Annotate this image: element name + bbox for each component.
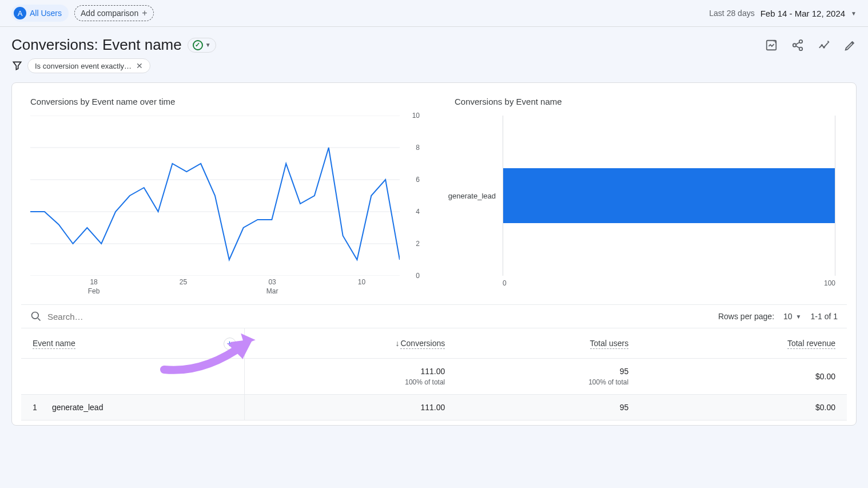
col-header-label: Conversions bbox=[400, 339, 445, 349]
col-header-event-name[interactable]: Event name + bbox=[21, 328, 244, 359]
rows-per-page-value: 10 bbox=[783, 312, 793, 321]
date-range: Feb 14 - Mar 12, 2024 bbox=[761, 9, 845, 18]
title-left: Conversions: Event name ✓ ▼ bbox=[11, 36, 216, 54]
search-box[interactable] bbox=[30, 311, 162, 322]
event-name-link[interactable]: generate_lead bbox=[52, 403, 103, 412]
col-header-label: Event name bbox=[33, 339, 75, 349]
audience-label: All Users bbox=[30, 9, 62, 18]
verify-chip[interactable]: ✓ ▼ bbox=[188, 38, 216, 53]
pagination-range: 1-1 of 1 bbox=[811, 312, 838, 321]
summary-total-revenue: $0.00 bbox=[640, 359, 847, 395]
audience-chip[interactable]: A All Users bbox=[11, 5, 69, 22]
data-table: Event name + ↓Conversions Total users To… bbox=[21, 328, 847, 420]
bar-chart: generate_lead 0 100 bbox=[445, 116, 847, 299]
cell-total-revenue: $0.00 bbox=[640, 395, 847, 420]
bar-x-tick: 0 bbox=[503, 279, 507, 287]
search-input[interactable] bbox=[47, 312, 162, 322]
svg-point-5 bbox=[823, 46, 825, 47]
summary-row: 111.00 100% of total 95 100% of total $0… bbox=[21, 359, 847, 395]
filter-row: Is conversion event exactly… ✕ bbox=[0, 58, 868, 82]
bar-generate-lead bbox=[503, 168, 835, 223]
col-header-total-revenue[interactable]: Total revenue bbox=[640, 328, 847, 359]
top-bar-left: A All Users Add comparison + bbox=[11, 5, 154, 22]
summary-value: 95 bbox=[468, 367, 628, 376]
filter-chip-label: Is conversion event exactly… bbox=[35, 62, 132, 70]
rows-per-page-select[interactable]: 10 ▼ bbox=[783, 312, 801, 321]
summary-total-users: 95 100% of total bbox=[456, 359, 640, 395]
check-circle-icon: ✓ bbox=[193, 40, 203, 50]
line-chart-svg bbox=[30, 116, 400, 276]
search-icon bbox=[30, 311, 42, 322]
cell-total-users: 95 bbox=[456, 395, 640, 420]
top-bar: A All Users Add comparison + Last 28 day… bbox=[0, 0, 868, 27]
report-card: Conversions by Event name over time 0246… bbox=[11, 82, 857, 426]
x-axis-ticks: 18Feb2503Mar10 bbox=[30, 278, 400, 299]
charts-row: Conversions by Event name over time 0246… bbox=[21, 97, 847, 299]
row-index: 1 bbox=[33, 403, 50, 412]
bar-category-label: generate_lead bbox=[445, 192, 503, 200]
rows-per-page-label: Rows per page: bbox=[718, 312, 774, 321]
date-picker[interactable]: Last 28 days Feb 14 - Mar 12, 2024 ▼ bbox=[709, 9, 857, 18]
share-icon[interactable] bbox=[791, 39, 804, 51]
svg-point-4 bbox=[821, 45, 822, 46]
col-header-label: Total users bbox=[590, 339, 629, 349]
summary-pct: 100% of total bbox=[468, 378, 628, 386]
chevron-down-icon: ▼ bbox=[851, 10, 857, 17]
col-header-label: Total revenue bbox=[787, 339, 835, 349]
svg-point-2 bbox=[793, 43, 797, 47]
date-label: Last 28 days bbox=[709, 9, 754, 18]
col-header-total-users[interactable]: Total users bbox=[456, 328, 640, 359]
svg-point-1 bbox=[799, 39, 803, 43]
insights-icon[interactable] bbox=[818, 39, 830, 51]
filter-chip[interactable]: Is conversion event exactly… ✕ bbox=[27, 58, 150, 73]
table-toolbar: Rows per page: 10 ▼ 1-1 of 1 bbox=[21, 304, 847, 328]
col-header-conversions[interactable]: ↓Conversions bbox=[244, 328, 456, 359]
bar-area bbox=[503, 116, 835, 276]
summary-conversions: 111.00 100% of total bbox=[244, 359, 456, 395]
summary-pct: 100% of total bbox=[256, 378, 445, 386]
plus-icon: + bbox=[142, 8, 147, 18]
title-row: Conversions: Event name ✓ ▼ bbox=[0, 27, 868, 58]
y-axis-ticks: 0246810 bbox=[403, 116, 423, 276]
table-row[interactable]: 1 generate_lead 111.00 95 $0.00 bbox=[21, 395, 847, 420]
title-actions bbox=[765, 39, 857, 51]
add-comparison-button[interactable]: Add comparison + bbox=[74, 5, 154, 21]
cell-conversions: 111.00 bbox=[244, 395, 456, 420]
svg-point-3 bbox=[799, 47, 803, 50]
add-comparison-label: Add comparison bbox=[81, 9, 138, 18]
filter-icon[interactable] bbox=[11, 60, 23, 72]
page-title: Conversions: Event name bbox=[11, 36, 182, 54]
line-chart-col: Conversions by Event name over time 0246… bbox=[21, 97, 423, 299]
edit-icon[interactable] bbox=[844, 39, 857, 51]
customize-icon[interactable] bbox=[765, 39, 778, 51]
add-column-button[interactable]: + bbox=[224, 338, 236, 350]
sort-desc-icon: ↓ bbox=[395, 339, 399, 348]
pagination: Rows per page: 10 ▼ 1-1 of 1 bbox=[718, 312, 838, 321]
bar-x-tick: 100 bbox=[824, 279, 835, 287]
summary-value: $0.00 bbox=[651, 372, 835, 381]
chevron-down-icon: ▼ bbox=[796, 314, 802, 320]
bar-x-axis: 0 100 bbox=[503, 279, 835, 287]
svg-point-12 bbox=[32, 312, 39, 319]
audience-badge: A bbox=[14, 7, 26, 19]
bar-chart-col: Conversions by Event name generate_lead … bbox=[445, 97, 847, 299]
summary-value: 111.00 bbox=[256, 367, 445, 376]
bar-chart-title: Conversions by Event name bbox=[445, 97, 847, 106]
close-icon[interactable]: ✕ bbox=[136, 61, 143, 70]
chevron-down-icon: ▼ bbox=[205, 42, 211, 48]
line-chart: 0246810 18Feb2503Mar10 bbox=[21, 116, 423, 299]
line-chart-title: Conversions by Event name over time bbox=[21, 97, 423, 106]
